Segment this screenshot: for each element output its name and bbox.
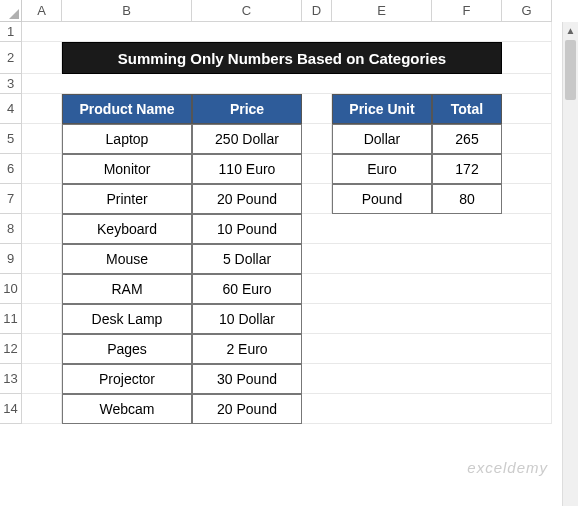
table-row[interactable]: Pound xyxy=(332,184,432,214)
cell[interactable] xyxy=(22,364,62,394)
col-header-D[interactable]: D xyxy=(302,0,332,22)
row-header-12[interactable]: 12 xyxy=(0,334,22,364)
cell[interactable] xyxy=(22,334,62,364)
col-header-B[interactable]: B xyxy=(62,0,192,22)
table-row[interactable]: 10 Pound xyxy=(192,214,302,244)
table-row[interactable]: 20 Pound xyxy=(192,184,302,214)
table-row[interactable]: Monitor xyxy=(62,154,192,184)
table-row[interactable]: Pages xyxy=(62,334,192,364)
cell[interactable] xyxy=(502,94,552,124)
row-header-3[interactable]: 3 xyxy=(0,74,22,94)
cell[interactable] xyxy=(22,74,552,94)
col-header-A[interactable]: A xyxy=(22,0,62,22)
scroll-up-icon[interactable]: ▲ xyxy=(563,22,578,38)
table2-header-total[interactable]: Total xyxy=(432,94,502,124)
table-row[interactable]: 10 Dollar xyxy=(192,304,302,334)
row-header-8[interactable]: 8 xyxy=(0,214,22,244)
table-row[interactable]: 110 Euro xyxy=(192,154,302,184)
table-row[interactable]: Webcam xyxy=(62,394,192,424)
row-header-1[interactable]: 1 xyxy=(0,22,22,42)
cell[interactable] xyxy=(22,214,62,244)
cell[interactable] xyxy=(22,154,62,184)
select-all-corner[interactable] xyxy=(0,0,22,22)
cell[interactable] xyxy=(22,244,62,274)
table-row[interactable]: 250 Dollar xyxy=(192,124,302,154)
table-row[interactable]: 265 xyxy=(432,124,502,154)
table2-header-unit[interactable]: Price Unit xyxy=(332,94,432,124)
title-banner: Summing Only Numbers Based on Categories xyxy=(62,42,502,74)
cell[interactable] xyxy=(302,94,332,124)
cell[interactable] xyxy=(502,154,552,184)
table-row[interactable]: 60 Euro xyxy=(192,274,302,304)
watermark: exceldemy xyxy=(467,459,548,476)
cell[interactable] xyxy=(302,334,552,364)
cell[interactable] xyxy=(302,304,552,334)
table-row[interactable]: 30 Pound xyxy=(192,364,302,394)
table-row[interactable]: 2 Euro xyxy=(192,334,302,364)
cell[interactable] xyxy=(302,184,332,214)
cell[interactable] xyxy=(502,184,552,214)
col-header-F[interactable]: F xyxy=(432,0,502,22)
table-row[interactable]: 80 xyxy=(432,184,502,214)
cell[interactable] xyxy=(302,274,552,304)
table-row[interactable]: 172 xyxy=(432,154,502,184)
table-row[interactable]: RAM xyxy=(62,274,192,304)
spreadsheet-grid: A B C D E F G 1 2 Summing Only Numbers B… xyxy=(0,0,578,424)
table-row[interactable]: Printer xyxy=(62,184,192,214)
cell[interactable] xyxy=(22,124,62,154)
row-header-2[interactable]: 2 xyxy=(0,42,22,74)
cell[interactable] xyxy=(22,394,62,424)
col-header-G[interactable]: G xyxy=(502,0,552,22)
table-row[interactable]: Laptop xyxy=(62,124,192,154)
row-header-13[interactable]: 13 xyxy=(0,364,22,394)
cell[interactable] xyxy=(22,22,552,42)
table-row[interactable]: 20 Pound xyxy=(192,394,302,424)
cell[interactable] xyxy=(502,124,552,154)
cell[interactable] xyxy=(302,244,552,274)
row-header-10[interactable]: 10 xyxy=(0,274,22,304)
cell[interactable] xyxy=(22,42,62,74)
table-row[interactable]: Mouse xyxy=(62,244,192,274)
table-row[interactable]: Projector xyxy=(62,364,192,394)
cell[interactable] xyxy=(302,364,552,394)
cell[interactable] xyxy=(502,42,552,74)
cell[interactable] xyxy=(22,274,62,304)
cell[interactable] xyxy=(22,184,62,214)
row-header-5[interactable]: 5 xyxy=(0,124,22,154)
table-row[interactable]: Dollar xyxy=(332,124,432,154)
row-header-11[interactable]: 11 xyxy=(0,304,22,334)
row-header-6[interactable]: 6 xyxy=(0,154,22,184)
table1-header-product[interactable]: Product Name xyxy=(62,94,192,124)
scroll-thumb[interactable] xyxy=(565,40,576,100)
row-header-4[interactable]: 4 xyxy=(0,94,22,124)
table-row[interactable]: 5 Dollar xyxy=(192,244,302,274)
row-header-14[interactable]: 14 xyxy=(0,394,22,424)
cell[interactable] xyxy=(302,124,332,154)
cell[interactable] xyxy=(22,304,62,334)
table1-header-price[interactable]: Price xyxy=(192,94,302,124)
cell[interactable] xyxy=(302,214,552,244)
table-row[interactable]: Desk Lamp xyxy=(62,304,192,334)
row-header-7[interactable]: 7 xyxy=(0,184,22,214)
cell[interactable] xyxy=(302,154,332,184)
col-header-E[interactable]: E xyxy=(332,0,432,22)
cell[interactable] xyxy=(22,94,62,124)
table-row[interactable]: Keyboard xyxy=(62,214,192,244)
vertical-scrollbar[interactable]: ▲ xyxy=(562,22,578,506)
cell[interactable] xyxy=(302,394,552,424)
row-header-9[interactable]: 9 xyxy=(0,244,22,274)
table-row[interactable]: Euro xyxy=(332,154,432,184)
col-header-C[interactable]: C xyxy=(192,0,302,22)
